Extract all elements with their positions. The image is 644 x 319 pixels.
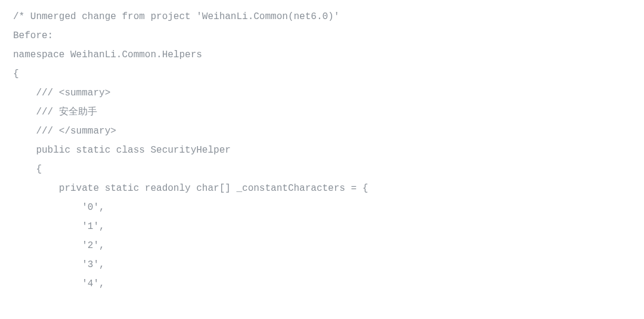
code-line: '3', — [13, 255, 631, 274]
code-block: /* Unmerged change from project 'WeihanL… — [13, 7, 631, 293]
code-line: /// </summary> — [13, 122, 631, 141]
code-line: '0', — [13, 198, 631, 217]
code-line: '1', — [13, 217, 631, 236]
code-line: namespace WeihanLi.Common.Helpers — [13, 45, 631, 64]
code-line: Before: — [13, 26, 631, 45]
code-line: '2', — [13, 236, 631, 255]
code-line: '4', — [13, 274, 631, 293]
code-line: private static readonly char[] _constant… — [13, 179, 631, 198]
code-line: /// 安全助手 — [13, 103, 631, 122]
code-line: /// <summary> — [13, 83, 631, 103]
code-line: /* Unmerged change from project 'WeihanL… — [13, 7, 631, 26]
code-line: { — [13, 64, 631, 83]
code-line: { — [13, 160, 631, 179]
code-line: public static class SecurityHelper — [13, 141, 631, 160]
